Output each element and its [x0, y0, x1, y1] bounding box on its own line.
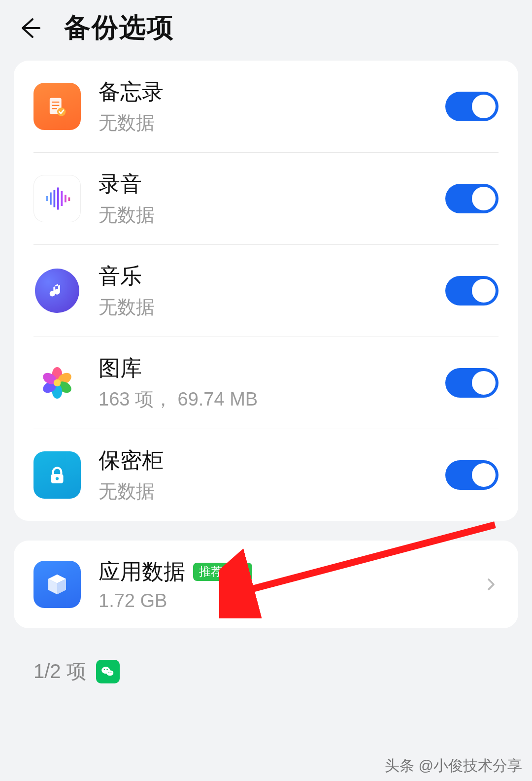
back-arrow-icon — [18, 16, 41, 40]
lock-icon — [33, 451, 81, 499]
item-notes[interactable]: 备忘录 无数据 — [33, 61, 499, 152]
item-notes-sub: 无数据 — [99, 110, 445, 136]
item-notes-title: 备忘录 — [99, 77, 445, 106]
item-appdata-title: 应用数据 推荐开启 — [99, 557, 474, 586]
item-appdata-title-text: 应用数据 — [99, 557, 185, 586]
item-notes-text: 备忘录 无数据 — [99, 77, 445, 136]
svg-point-22 — [106, 670, 113, 676]
item-safebox-sub: 无数据 — [99, 479, 445, 504]
item-appdata[interactable]: 应用数据 推荐开启 1.72 GB — [33, 541, 499, 628]
svg-point-24 — [106, 669, 108, 670]
chevron-right-icon — [484, 577, 499, 592]
item-recorder-toggle[interactable] — [445, 184, 499, 213]
item-gallery-title: 图库 — [99, 354, 445, 383]
item-gallery[interactable]: 图库 163 项， 69.74 MB — [33, 337, 499, 429]
svg-rect-6 — [50, 193, 52, 205]
item-appdata-text: 应用数据 推荐开启 1.72 GB — [99, 557, 474, 611]
item-music-title: 音乐 — [99, 262, 445, 291]
watermark: 头条 @小俊技术分享 — [385, 756, 522, 776]
svg-rect-5 — [46, 196, 48, 201]
gallery-icon — [33, 359, 81, 407]
item-appdata-sub: 1.72 GB — [99, 590, 474, 611]
item-recorder-title: 录音 — [99, 170, 445, 199]
svg-rect-7 — [54, 190, 56, 207]
item-recorder-sub: 无数据 — [99, 203, 445, 228]
item-safebox-text: 保密柜 无数据 — [99, 446, 445, 504]
recorder-icon — [33, 175, 81, 222]
item-gallery-toggle[interactable] — [445, 368, 499, 398]
music-icon — [33, 267, 81, 314]
svg-rect-10 — [65, 195, 66, 203]
cube-icon — [33, 561, 81, 608]
item-music[interactable]: 音乐 无数据 — [33, 244, 499, 337]
item-recorder[interactable]: 录音 无数据 — [33, 152, 499, 244]
svg-point-26 — [110, 672, 111, 673]
svg-rect-11 — [68, 198, 70, 202]
item-gallery-sub: 163 项， 69.74 MB — [99, 387, 445, 412]
svg-point-23 — [103, 669, 105, 670]
page-title: 备份选项 — [64, 10, 174, 46]
item-music-toggle[interactable] — [445, 276, 499, 306]
appdata-card: 应用数据 推荐开启 1.72 GB — [14, 541, 518, 628]
header: 备份选项 — [0, 0, 532, 61]
wechat-icon — [96, 660, 120, 683]
svg-point-25 — [108, 672, 109, 673]
svg-point-20 — [56, 477, 59, 480]
footer-count: 1/2 项 — [33, 658, 86, 685]
svg-rect-8 — [57, 188, 59, 210]
item-safebox[interactable]: 保密柜 无数据 — [33, 429, 499, 521]
item-gallery-text: 图库 163 项， 69.74 MB — [99, 354, 445, 412]
notes-icon — [33, 83, 81, 130]
item-safebox-title: 保密柜 — [99, 446, 445, 475]
backup-items-card: 备忘录 无数据 录音 无数据 — [14, 61, 518, 521]
svg-rect-9 — [61, 191, 63, 206]
item-music-sub: 无数据 — [99, 295, 445, 320]
item-recorder-text: 录音 无数据 — [99, 170, 445, 228]
footer-row: 1/2 项 — [14, 648, 518, 685]
back-button[interactable] — [15, 13, 44, 43]
item-safebox-toggle[interactable] — [445, 460, 499, 490]
svg-point-18 — [54, 379, 61, 387]
item-music-text: 音乐 无数据 — [99, 262, 445, 320]
recommended-badge: 推荐开启 — [193, 563, 252, 581]
item-notes-toggle[interactable] — [445, 92, 499, 121]
